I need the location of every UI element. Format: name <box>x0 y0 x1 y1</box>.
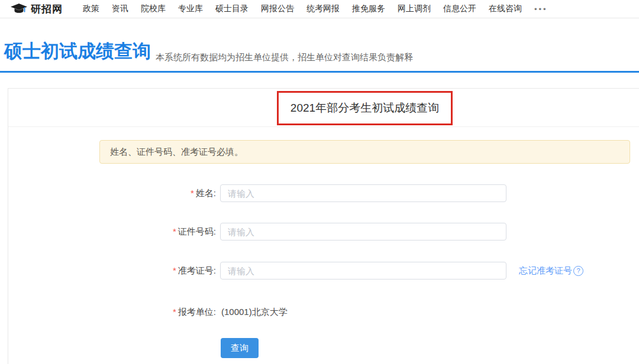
nav-item-master-catalog[interactable]: 硕士目录 <box>215 4 248 14</box>
required-notice-text: 姓名、证件号码、准考证号必填。 <box>110 147 243 158</box>
red-highlight-box: 2021年部分考生初试成绩查询 <box>277 91 453 125</box>
main-nav: 政策 资讯 院校库 专业库 硕士目录 网报公告 统考网报 推免服务 网上调剂 信… <box>83 4 548 14</box>
nav-item-online-adjustment[interactable]: 网上调剂 <box>398 4 431 14</box>
ticket-number-label-text: 准考证号: <box>178 265 216 275</box>
graduation-cap-icon <box>11 4 27 15</box>
nav-item-online-consult[interactable]: 在线咨询 <box>489 4 522 14</box>
id-number-label-text: 证件号码: <box>178 226 216 236</box>
name-label-text: 姓名: <box>196 188 216 198</box>
institution-label-text: 报考单位: <box>178 307 216 317</box>
required-asterisk: * <box>173 307 176 317</box>
nav-item-major-library[interactable]: 专业库 <box>178 4 203 14</box>
nav-item-exemption-service[interactable]: 推免服务 <box>352 4 385 14</box>
nav-item-college-library[interactable]: 院校库 <box>141 4 166 14</box>
nav-item-news[interactable]: 资讯 <box>112 4 128 14</box>
question-circle-icon: ? <box>573 266 583 276</box>
nav-more-button[interactable]: ••• <box>534 5 548 14</box>
ticket-number-label: *准考证号: <box>86 262 216 280</box>
ticket-number-input[interactable] <box>220 262 506 280</box>
nav-item-unified-exam-report[interactable]: 统考网报 <box>306 4 340 14</box>
header-divider <box>0 71 639 73</box>
required-asterisk: * <box>191 188 194 198</box>
forgot-ticket-link-text: 忘记准考证号 <box>519 262 572 280</box>
page: 研招网 政策 资讯 院校库 专业库 硕士目录 网报公告 统考网报 推免服务 网上… <box>0 0 639 364</box>
required-asterisk: * <box>173 226 176 236</box>
required-notice: 姓名、证件号码、准考证号必填。 <box>99 140 630 164</box>
logo-text: 研招网 <box>31 2 63 16</box>
page-title: 硕士初试成绩查询 <box>4 39 151 64</box>
forgot-ticket-link[interactable]: 忘记准考证号 ? <box>519 262 583 280</box>
id-number-input[interactable] <box>220 223 506 240</box>
name-label: *姓名: <box>86 184 216 202</box>
id-number-label: *证件号码: <box>86 223 216 240</box>
site-logo[interactable]: 研招网 <box>11 2 63 16</box>
nav-item-policy[interactable]: 政策 <box>83 4 99 14</box>
required-asterisk: * <box>173 265 176 275</box>
card-title: 2021年部分考生初试成绩查询 <box>291 100 439 116</box>
institution-value: (10001)北京大学 <box>221 303 288 321</box>
nav-item-online-report-notice[interactable]: 网报公告 <box>261 4 294 14</box>
question-glyph: ? <box>576 268 580 274</box>
top-navbar: 研招网 政策 资讯 院校库 专业库 硕士目录 网报公告 统考网报 推免服务 网上… <box>0 0 639 18</box>
name-input[interactable] <box>220 184 506 202</box>
query-submit-button[interactable]: 查询 <box>221 338 259 358</box>
institution-label: *报考单位: <box>86 303 216 321</box>
nav-item-info-disclosure[interactable]: 信息公开 <box>443 4 476 14</box>
page-subtitle: 本系统所有数据均为招生单位提供，招生单位对查询结果负责解释 <box>156 52 413 63</box>
